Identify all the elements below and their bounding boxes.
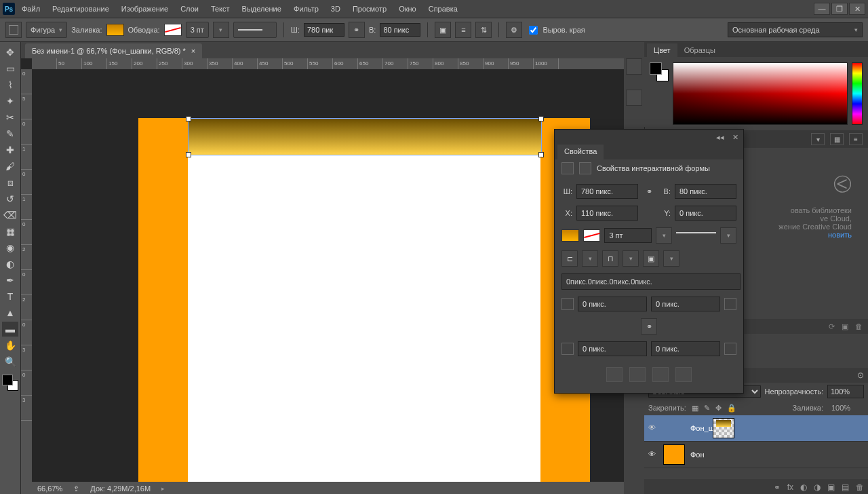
align-ops[interactable]: ≡ bbox=[455, 22, 471, 38]
pathop-icon[interactable] bbox=[652, 367, 669, 382]
collapsed-panel-icon[interactable] bbox=[626, 58, 642, 75]
menu-window[interactable]: Окно bbox=[399, 5, 416, 13]
eyedropper-tool[interactable]: ✎ bbox=[2, 126, 18, 141]
window-restore[interactable]: ❐ bbox=[831, 3, 848, 15]
zoom-tool[interactable]: 🔍 bbox=[2, 354, 18, 369]
rectangle-tool[interactable]: ▬ bbox=[2, 322, 18, 337]
lock-all-icon[interactable]: 🔒 bbox=[727, 404, 736, 413]
fill-swatch[interactable] bbox=[106, 24, 124, 36]
menu-text[interactable]: Текст bbox=[211, 5, 230, 13]
collapsed-panel-icon[interactable] bbox=[626, 90, 642, 106]
menu-file[interactable]: Файл bbox=[22, 5, 40, 13]
window-minimize[interactable]: — bbox=[814, 3, 830, 15]
stroke-style[interactable] bbox=[233, 22, 277, 38]
blur-tool[interactable]: ◉ bbox=[2, 240, 18, 255]
y-input[interactable]: 0 пикс. bbox=[675, 206, 736, 221]
fg-bg-colors[interactable] bbox=[2, 375, 18, 391]
hue-slider[interactable] bbox=[852, 62, 863, 125]
history-brush-tool[interactable]: ↺ bbox=[2, 191, 18, 206]
stroke-options[interactable]: ▾ bbox=[213, 22, 229, 38]
eraser-tool[interactable]: ⌫ bbox=[2, 208, 18, 223]
selected-shape[interactable] bbox=[188, 118, 542, 155]
pathop-icon[interactable] bbox=[629, 367, 646, 382]
color-fg-bg[interactable] bbox=[650, 62, 669, 81]
menu-layers[interactable]: Слои bbox=[180, 5, 199, 13]
height-input[interactable] bbox=[380, 23, 420, 37]
workspace-selector[interactable]: Основная рабочая среда▾ bbox=[728, 22, 863, 37]
menu-view[interactable]: Просмотр bbox=[353, 5, 387, 13]
opacity-input[interactable]: 100% bbox=[827, 385, 864, 398]
stroke-width-input[interactable]: 3 пт bbox=[604, 228, 652, 243]
zoom-level[interactable]: 66,67% bbox=[37, 484, 62, 493]
link-icon[interactable]: ⚭ bbox=[642, 185, 656, 198]
menu-edit[interactable]: Редактирование bbox=[52, 5, 109, 13]
visibility-icon[interactable]: 👁 bbox=[648, 450, 658, 459]
tool-preset[interactable] bbox=[5, 22, 22, 38]
gradient-tool[interactable]: ▦ bbox=[2, 224, 18, 239]
fill-swatch[interactable] bbox=[561, 229, 579, 242]
trash-icon[interactable]: 🗑 bbox=[855, 322, 863, 330]
move-tool[interactable]: ✥ bbox=[2, 45, 18, 60]
cap-style[interactable]: ⊏ bbox=[561, 250, 578, 267]
wand-tool[interactable]: ✦ bbox=[2, 94, 18, 109]
properties-tab[interactable]: Свойства bbox=[557, 145, 604, 159]
lib-action-icon[interactable]: ⟳ bbox=[829, 322, 835, 331]
heal-tool[interactable]: ✚ bbox=[2, 142, 18, 157]
menu-help[interactable]: Справка bbox=[429, 5, 458, 13]
corner-tl-input[interactable]: 0 пикс. bbox=[578, 297, 647, 311]
type-tool[interactable]: T bbox=[2, 289, 18, 304]
dropdown-icon[interactable]: ▾ bbox=[663, 250, 679, 267]
shape-mode-select[interactable]: Фигура ▾ bbox=[26, 22, 67, 38]
lib-action-icon[interactable]: ▣ bbox=[842, 322, 848, 331]
new-layer-icon[interactable]: ▤ bbox=[842, 482, 849, 492]
document-tab[interactable]: Без имени-1 @ 66,7% (Фон_шапки, RGB/8) *… bbox=[25, 43, 202, 58]
crop-tool[interactable]: ✂ bbox=[2, 110, 18, 125]
stroke-swatch[interactable] bbox=[583, 229, 601, 242]
handle-bl[interactable] bbox=[186, 152, 191, 157]
color-tab[interactable]: Цвет bbox=[647, 43, 677, 57]
link-wh-icon[interactable]: ⚭ bbox=[349, 22, 365, 38]
x-input[interactable]: 110 пикс. bbox=[576, 206, 638, 221]
lock-move-icon[interactable]: ✥ bbox=[715, 404, 722, 413]
dropdown-icon[interactable]: ▾ bbox=[656, 227, 672, 244]
path-ops[interactable]: ▣ bbox=[435, 22, 451, 38]
layer-row[interactable]: 👁 Фон bbox=[644, 442, 868, 468]
menu-image[interactable]: Изображение bbox=[121, 5, 168, 13]
handle-tr[interactable] bbox=[538, 116, 544, 121]
dropdown-icon[interactable]: ▾ bbox=[623, 250, 639, 267]
fill-input[interactable]: 100% bbox=[829, 402, 864, 414]
share-icon[interactable]: ⇪ bbox=[73, 484, 79, 493]
group-icon[interactable]: ▣ bbox=[827, 482, 835, 492]
color-spectrum[interactable] bbox=[673, 62, 848, 125]
lock-paint-icon[interactable]: ✎ bbox=[704, 404, 710, 413]
lib-dropdown[interactable]: ▾ bbox=[811, 133, 825, 145]
path-select-tool[interactable]: ▲ bbox=[2, 305, 18, 320]
align-style[interactable]: ▣ bbox=[643, 250, 659, 267]
corner-tr-input[interactable]: 0 пикс. bbox=[651, 297, 720, 311]
layer-row[interactable]: 👁 Фон_шапки bbox=[644, 415, 868, 442]
width-input[interactable] bbox=[304, 23, 344, 37]
pathop-icon[interactable] bbox=[675, 367, 692, 382]
corner-bl-input[interactable]: 0 пикс. bbox=[578, 341, 647, 356]
align-edges-checkbox[interactable]: Выров. края bbox=[526, 24, 585, 37]
lasso-tool[interactable]: ⌇ bbox=[2, 77, 18, 92]
gear-icon[interactable]: ⚙ bbox=[506, 22, 522, 38]
grid-view-icon[interactable]: ▦ bbox=[830, 133, 844, 145]
hand-tool[interactable]: ✋ bbox=[2, 338, 18, 353]
close-icon[interactable]: ✕ bbox=[730, 132, 741, 142]
layer-name[interactable]: Фон bbox=[690, 451, 705, 459]
h-input[interactable]: 80 пикс. bbox=[675, 184, 736, 199]
arrange-ops[interactable]: ⇅ bbox=[475, 22, 492, 38]
trash-icon[interactable]: 🗑 bbox=[856, 482, 864, 492]
corner-br-input[interactable]: 0 пикс. bbox=[651, 341, 720, 356]
link-layers-icon[interactable]: ⚭ bbox=[774, 482, 781, 492]
filter-toggle[interactable]: ⊙ bbox=[857, 370, 864, 380]
pen-tool[interactable]: ✒ bbox=[2, 273, 18, 288]
mask-icon[interactable]: ◐ bbox=[800, 482, 807, 492]
w-input[interactable]: 780 пикс. bbox=[576, 184, 638, 199]
handle-br[interactable] bbox=[538, 152, 544, 157]
layer-thumbnail[interactable] bbox=[713, 418, 734, 438]
menu-select[interactable]: Выделение bbox=[242, 5, 281, 13]
visibility-icon[interactable]: 👁 bbox=[648, 423, 658, 433]
fx-icon[interactable]: fx bbox=[787, 482, 793, 492]
